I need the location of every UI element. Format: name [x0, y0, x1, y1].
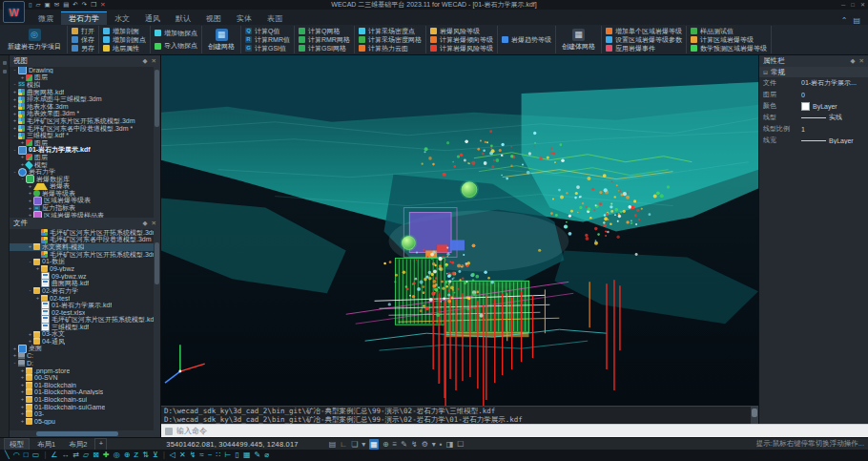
view-tree-item-15[interactable]: -岩爆数据库 [10, 176, 160, 183]
view-tree-item-1[interactable]: +图层 [10, 74, 160, 82]
left-edge-strip[interactable] [0, 55, 10, 437]
ribbon-item-g11-r2[interactable]: 应用岩爆事件 [606, 44, 682, 52]
tree-expander[interactable]: + [19, 388, 26, 395]
prop-row-4[interactable]: 线型比例1 [759, 123, 868, 135]
tree-expander[interactable]: + [19, 154, 26, 160]
menu-tab-6[interactable]: 实体 [229, 12, 259, 25]
open-file-icon[interactable]: ▱ [36, 0, 41, 10]
layout-tab-1[interactable]: 布局1 [31, 438, 61, 451]
move-icon[interactable]: ↔ [61, 450, 69, 461]
file-tree-item-26[interactable]: +05-gpu [10, 417, 160, 425]
ribbon-item-g6-r2[interactable]: 计算GSI网格 [299, 44, 350, 52]
file-tree-item-16[interactable]: +桌面 [10, 346, 160, 353]
swap-icon[interactable]: ⇄ [72, 450, 79, 461]
view-tree-item-20[interactable]: +区域岩爆等级样品表 [10, 212, 160, 218]
tree-expander[interactable]: - [27, 259, 33, 265]
dynamic-input-icon[interactable]: ↯ [411, 439, 418, 450]
z-axis-icon[interactable]: Z [134, 450, 138, 461]
dot-icon[interactable]: ▪ [440, 439, 443, 450]
circle-icon[interactable]: ◎ [114, 450, 120, 461]
ribbon-big-0[interactable]: ◎新建岩石力学项目 [6, 26, 63, 53]
rect-icon[interactable]: □ [24, 450, 29, 461]
new-file-icon[interactable]: ▯ [29, 0, 32, 10]
left-icon[interactable]: ◁ [170, 450, 176, 461]
tree-expander[interactable]: + [34, 295, 41, 302]
menu-tab-7[interactable]: 表面 [259, 12, 290, 25]
tree-expander[interactable]: - [27, 287, 33, 294]
tree-expander[interactable]: + [27, 190, 33, 197]
pin-icon[interactable]: ◆ [143, 220, 148, 227]
file-tree-item-22[interactable]: +01-Blockchain-Analysis [10, 388, 160, 396]
properties-section-general[interactable]: ⊟ 常规 [759, 67, 868, 77]
menu-tab-4[interactable]: 默认 [168, 12, 198, 25]
checkbox-icon[interactable]: ☐ [457, 439, 464, 450]
style-panel-icon[interactable]: ▤ [853, 16, 860, 25]
tree-expander[interactable]: + [19, 367, 26, 374]
tree-expander[interactable]: - [11, 360, 18, 367]
ortho-icon[interactable]: ∟ [340, 439, 347, 450]
tree-expander[interactable]: + [11, 352, 18, 359]
tree-expander[interactable]: - [11, 81, 18, 88]
tree-expander[interactable]: + [11, 117, 18, 124]
tree-expander[interactable]: - [11, 147, 18, 154]
window-icon[interactable]: ❒ [91, 0, 96, 10]
file-tree-hscrollbar[interactable] [10, 430, 160, 437]
grid-toggle-icon[interactable]: ▤ [329, 439, 337, 450]
tree-expander[interactable]: + [11, 111, 18, 117]
ribbon-item-g3-r1[interactable]: 导入物探点 [155, 42, 197, 51]
layout-tab-0[interactable]: 模型 [4, 438, 30, 451]
tree-expander[interactable]: + [27, 212, 33, 218]
tree-expander[interactable]: + [27, 205, 33, 212]
ribbon-big-10[interactable]: ▦创建体网格 [560, 26, 597, 53]
close-panel-icon[interactable]: ✕ [152, 57, 156, 65]
view-tree-item-11[interactable]: -01-岩石力学展示.kdf [10, 147, 160, 155]
points-icon[interactable]: ∷ [216, 450, 220, 461]
tree-expander[interactable]: + [19, 404, 26, 410]
tree-expander[interactable]: + [19, 74, 26, 81]
console-scrollbar[interactable] [751, 407, 758, 424]
tree-expander[interactable]: + [27, 331, 33, 338]
prop-row-3[interactable]: 线型实线 [759, 112, 868, 123]
ribbon-big-4[interactable]: ▦创建网格 [206, 26, 237, 53]
tree-expander[interactable]: - [11, 169, 18, 176]
menu-tab-2[interactable]: 水文 [107, 12, 137, 25]
print-icon[interactable]: ▤ [63, 0, 69, 10]
file-tree-item-1[interactable]: 毛坪矿区河东各中段巷道模型.3dm [10, 237, 160, 244]
dropdown-icon[interactable]: ▾ [362, 439, 365, 450]
curve-icon[interactable]: ~ [208, 450, 213, 461]
tree-expander[interactable]: + [11, 89, 18, 95]
tree-expander[interactable]: + [11, 346, 18, 352]
ribbon-item-g7-r2[interactable]: 计算热力云图 [359, 44, 422, 52]
app-logo[interactable]: W [3, 1, 25, 23]
layout-icon[interactable]: ❏ [351, 439, 358, 450]
updown-icon[interactable]: ⇅ [142, 450, 149, 461]
redo-icon[interactable]: ↷ [82, 0, 87, 10]
cell-icon[interactable]: ▯ [235, 450, 238, 461]
file-tree-item-19[interactable]: +.pnpm-store [10, 367, 160, 374]
file-tree-item-23[interactable]: +01-Blockchain-sui [10, 396, 160, 404]
bolt-icon[interactable]: ↯ [190, 450, 196, 461]
ribbon-item-g12-r2[interactable]: 数学预测区域岩爆等级 [691, 44, 767, 52]
file-tree-item-24[interactable]: +01-Blockchain-suiGame [10, 403, 160, 410]
command-console[interactable]: D:\wecad_sdk_ky\3d_cad_2\bin_git\矿冶-典型案例… [161, 406, 758, 424]
polygon-icon[interactable]: ▭ [32, 450, 40, 461]
ribbon-item-g3-r0[interactable]: 增加物探点 [155, 29, 197, 37]
prop-row-5[interactable]: 线宽ByLayer [759, 135, 868, 146]
file-tree-scrollbar[interactable] [154, 229, 160, 430]
tree-expander[interactable]: + [11, 125, 18, 132]
tree-expander[interactable]: + [19, 382, 26, 388]
layout-tab-2[interactable]: 布局2 [63, 438, 93, 451]
tree-expander[interactable]: + [27, 183, 33, 190]
close-panel-icon[interactable]: ✕ [859, 57, 864, 65]
menu-tab-0[interactable]: 微震 [31, 12, 61, 25]
delete-icon[interactable]: ✕ [179, 450, 186, 461]
arc-icon[interactable]: ◠ [13, 450, 20, 461]
tree-expander[interactable]: + [19, 418, 26, 425]
tree-expander[interactable]: - [11, 133, 18, 139]
view-tree-item-18[interactable]: +区域岩爆等级表 [10, 198, 160, 205]
wave-icon[interactable]: ≈ [199, 450, 203, 461]
command-prompt-bar[interactable]: 输入命令 [161, 424, 868, 437]
snap-icon[interactable]: ▦ [369, 439, 379, 450]
angle-icon[interactable]: ∠ [51, 450, 57, 461]
ribbon-collapse-icon[interactable]: ⌃ [841, 16, 848, 25]
